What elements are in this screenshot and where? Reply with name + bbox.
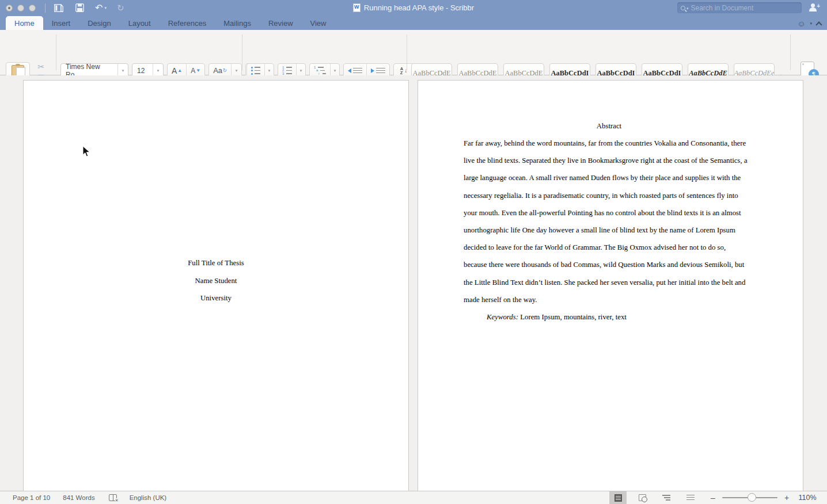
ribbon: Paste ▾ ✂ Times New Ro... ▾ 12 ▾ A▲ A▼ A…: [0, 30, 827, 75]
abstract-line: your mouth. Even the all-powerful Pointi…: [464, 204, 754, 222]
sidebar-toggle-icon[interactable]: [54, 3, 64, 13]
titlebar: ↶ ▾ ↻ Running head APA style - Scribbr ▾…: [0, 0, 827, 16]
abstract-line: decided to leave for the far World of Gr…: [464, 239, 754, 256]
word-count[interactable]: 841 Words: [63, 494, 94, 501]
page-1-title-page[interactable]: Full Title of ThesisName StudentUniversi…: [23, 80, 409, 491]
tab-home[interactable]: Home: [6, 16, 43, 30]
indent-icon: [371, 68, 374, 73]
group-separator: [407, 35, 407, 70]
language-indicator[interactable]: English (UK): [130, 494, 167, 501]
group-separator: [790, 35, 791, 70]
redo-icon[interactable]: ↻: [117, 3, 124, 12]
title-line: Name Student: [24, 272, 408, 290]
abstract-line: necessary regelialia. It is a paradisema…: [464, 187, 754, 204]
page-indicator[interactable]: Page 1 of 10: [13, 494, 50, 501]
group-separator: [56, 35, 56, 70]
group-separator: [242, 35, 242, 70]
outline-view-button[interactable]: [658, 491, 675, 504]
draft-view-button[interactable]: [682, 491, 699, 504]
undo-button[interactable]: ↶ ▾: [95, 3, 107, 13]
zoom-window-button[interactable]: [29, 5, 36, 12]
abstract-line: the Little Blind Text didn’t listen. She…: [464, 274, 754, 291]
font-size-value: 12: [132, 67, 153, 75]
abstract-line: Far far away, behind the word mountains,…: [464, 135, 754, 152]
print-layout-icon: [614, 494, 622, 502]
tab-review[interactable]: Review: [260, 16, 302, 30]
window-header: ↶ ▾ ↻ Running head APA style - Scribbr ▾…: [0, 0, 827, 30]
zoom-level[interactable]: 110%: [792, 494, 822, 502]
tab-references[interactable]: References: [160, 16, 215, 30]
person-head: [811, 3, 815, 7]
draft-icon: [686, 495, 695, 501]
web-layout-view-button[interactable]: [633, 491, 651, 504]
web-layout-icon: [639, 494, 646, 501]
document-canvas[interactable]: Full Title of ThesisName StudentUniversi…: [0, 75, 827, 491]
page-2-abstract-page[interactable]: Abstract Far far away, behind the word m…: [418, 80, 803, 491]
zoom-out-button[interactable]: –: [707, 493, 719, 502]
cut-icon[interactable]: ✂: [37, 62, 44, 71]
abstract-line: large language ocean. A small river name…: [464, 169, 754, 186]
share-add-person-icon[interactable]: +: [809, 3, 820, 12]
search-scope-caret[interactable]: ▾: [686, 6, 689, 11]
word-document-icon: [353, 3, 361, 12]
person-plus: +: [817, 3, 820, 9]
abstract-line: because there were thousands of bad Comm…: [464, 256, 754, 273]
undo-dropdown-caret[interactable]: ▾: [104, 6, 107, 10]
feedback-smiley-icon[interactable]: ☺: [797, 20, 805, 28]
abstract-line: made herself on the way.: [464, 291, 754, 308]
zoom-slider[interactable]: [722, 497, 777, 498]
titlebar-separator: [45, 3, 45, 13]
tab-design[interactable]: Design: [79, 16, 119, 30]
outdent-icon: [348, 68, 351, 73]
keywords-label: Keywords:: [487, 313, 518, 321]
abstract-line: unorthographic life One day however a sm…: [464, 222, 754, 239]
tab-view[interactable]: View: [302, 16, 335, 30]
tab-layout[interactable]: Layout: [120, 16, 160, 30]
tab-insert[interactable]: Insert: [43, 16, 79, 30]
unsaved-dot: [8, 7, 10, 9]
window-controls: [6, 5, 36, 12]
abstract-body[interactable]: Far far away, behind the word mountains,…: [464, 135, 754, 308]
keywords-text: Lorem Ipsum, mountains, river, text: [518, 313, 627, 321]
spellcheck-icon[interactable]: [109, 494, 117, 501]
ribbon-tabbar: Home Insert Design Layout References Mai…: [0, 16, 335, 30]
status-bar: Page 1 of 10 841 Words English (UK) – + …: [0, 491, 827, 504]
collapse-ribbon-icon[interactable]: [815, 21, 822, 28]
save-icon[interactable]: [74, 3, 85, 13]
abstract-line: live the blind texts. Separated they liv…: [464, 152, 754, 169]
undo-icon: ↶: [95, 3, 103, 13]
zoom-slider-thumb[interactable]: [748, 493, 756, 502]
outline-icon: [662, 495, 670, 501]
title-line: University: [24, 289, 408, 307]
tab-mailings[interactable]: Mailings: [215, 16, 260, 30]
close-window-button[interactable]: [6, 5, 13, 12]
print-layout-view-button[interactable]: [609, 491, 627, 504]
window-title: Running head APA style - Scribbr: [364, 3, 474, 12]
person-body: [809, 7, 817, 12]
zoom-in-button[interactable]: +: [781, 493, 792, 502]
feedback-caret[interactable]: ▾: [810, 21, 812, 26]
search-placeholder: Search in Document: [691, 4, 754, 12]
minimize-window-button[interactable]: [17, 5, 24, 12]
keywords-line[interactable]: Keywords: Lorem Ipsum, mountains, river,…: [464, 308, 754, 326]
search-icon: [681, 6, 685, 10]
search-input[interactable]: ▾ Search in Document: [677, 2, 802, 13]
title-page-text[interactable]: Full Title of ThesisName StudentUniversi…: [24, 81, 408, 307]
abstract-heading[interactable]: Abstract: [464, 117, 754, 135]
title-line: Full Title of Thesis: [24, 254, 408, 272]
